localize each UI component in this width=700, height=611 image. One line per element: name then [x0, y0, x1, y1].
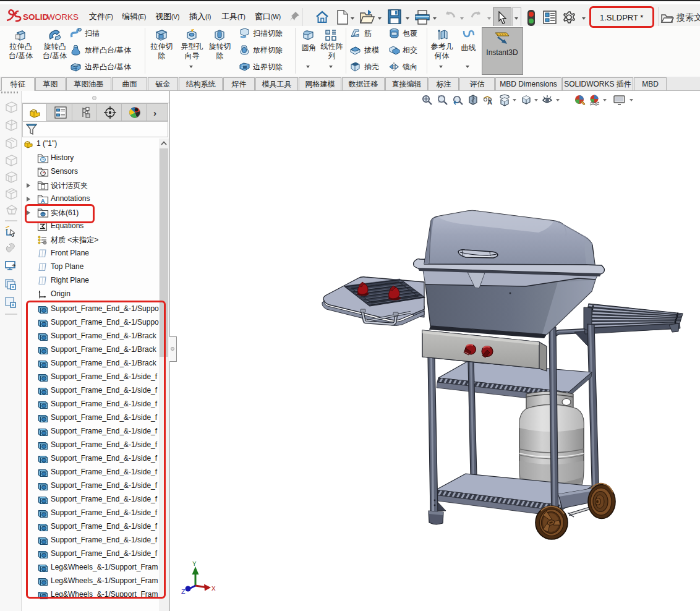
- svg-text:X: X: [211, 585, 216, 592]
- svg-text:Z: Z: [181, 588, 186, 596]
- svg-text:A: A: [41, 198, 45, 204]
- svg-text:WORKS: WORKS: [47, 12, 79, 22]
- svg-text:Y: Y: [192, 560, 197, 568]
- svg-text:SOLID: SOLID: [23, 12, 49, 22]
